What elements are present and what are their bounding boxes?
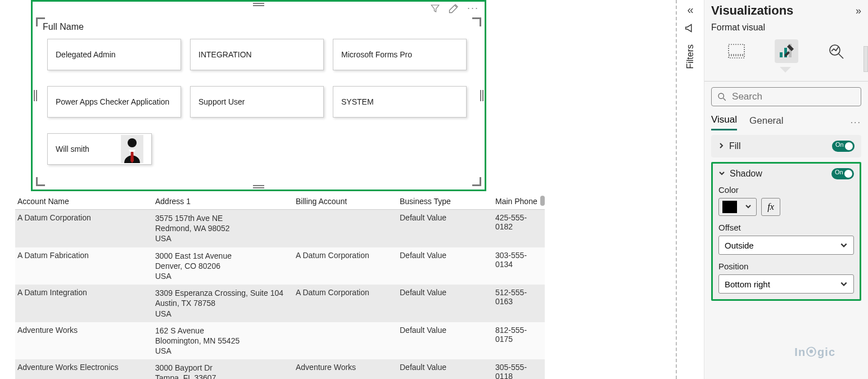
filter-icon[interactable]: [430, 3, 440, 16]
panel-title: Visualizations: [711, 3, 793, 18]
cell-account: Adventure Works Electronics: [15, 359, 153, 379]
cell-phone: 305-555-0118: [493, 359, 545, 379]
table-row[interactable]: A Datum Fabrication3000 East 1st AvenueD…: [15, 247, 545, 285]
tab-general[interactable]: General: [749, 115, 783, 130]
slicer-tile[interactable]: Support User: [190, 86, 324, 118]
build-visual-icon[interactable]: [725, 39, 748, 63]
slicer-tile[interactable]: Will smith: [47, 133, 152, 165]
cell-billing: Adventure Works: [293, 359, 397, 379]
resize-handle[interactable]: [253, 185, 264, 188]
cell-phone: 812-555-0175: [493, 322, 545, 360]
expand-chevrons-icon[interactable]: »: [856, 5, 861, 17]
slicer-tile[interactable]: SYSTEM: [333, 86, 467, 118]
table-row[interactable]: A Datum Corporation3575 157th Ave NERedm…: [15, 210, 545, 247]
shadow-label: Shadow: [730, 169, 762, 179]
cell-phone: 512-555-0163: [493, 285, 545, 322]
chevron-down-icon: [740, 202, 756, 212]
search-icon: [717, 92, 726, 102]
cell-account: A Datum Corporation: [15, 210, 153, 247]
col-header[interactable]: Address 1: [153, 193, 293, 210]
table-row[interactable]: Adventure Works162 S AvenueBloomington, …: [15, 322, 545, 360]
chevron-down-icon[interactable]: [718, 169, 725, 179]
cell-billing: [293, 322, 397, 360]
resize-handle[interactable]: [480, 90, 483, 101]
slicer-visual[interactable]: ··· Full Name Delegated Admin INTEGRATIO…: [31, 0, 486, 191]
col-header[interactable]: Main Phone: [493, 193, 545, 210]
cell-billing: [293, 210, 397, 247]
color-picker[interactable]: [718, 198, 757, 216]
cell-btype: Default Value: [397, 359, 493, 379]
resize-handle[interactable]: [36, 177, 45, 186]
col-header[interactable]: Business Type: [397, 193, 493, 210]
search-input[interactable]: [711, 87, 861, 106]
format-visual-icon[interactable]: [775, 39, 798, 63]
cell-btype: Default Value: [397, 247, 493, 285]
tab-visual[interactable]: Visual: [711, 114, 737, 130]
panel-subtitle: Format visual: [711, 22, 861, 33]
visualizations-panel: Visualizations » Format visual: [704, 0, 868, 379]
color-label: Color: [718, 185, 854, 195]
shadow-toggle[interactable]: On: [831, 168, 854, 179]
chevron-down-icon: [840, 280, 848, 288]
offset-select[interactable]: Outside: [718, 236, 854, 255]
slicer-title: Full Name: [43, 22, 84, 32]
slicer-tile-label: Will smith: [56, 145, 89, 154]
slicer-tile[interactable]: Delegated Admin: [47, 39, 181, 70]
fx-button[interactable]: fx: [761, 198, 780, 216]
col-header[interactable]: Billing Account: [293, 193, 397, 210]
slicer-tile-label: Microsoft Forms Pro: [341, 50, 412, 59]
watermark: In⦿gic: [794, 346, 835, 359]
slicer-tile-label: SYSTEM: [341, 97, 374, 106]
cell-address: 3575 157th Ave NERedmond, WA 98052USA: [153, 210, 293, 247]
resize-handle[interactable]: [253, 3, 264, 6]
avatar-icon: [121, 135, 143, 163]
resize-handle[interactable]: [34, 90, 37, 101]
cell-phone: 425-555-0182: [493, 210, 545, 247]
scrollbar-vertical[interactable]: [540, 196, 545, 206]
analytics-icon[interactable]: [825, 39, 848, 63]
svg-point-1: [128, 138, 137, 147]
side-strip: [864, 46, 868, 72]
report-canvas[interactable]: ··· Full Name Delegated Admin INTEGRATIO…: [0, 0, 676, 379]
search-field[interactable]: [732, 91, 855, 102]
slicer-tile[interactable]: Power Apps Checker Application: [47, 86, 181, 118]
position-label: Position: [718, 261, 854, 271]
chevron-right-icon[interactable]: [718, 141, 725, 151]
svg-point-9: [718, 93, 724, 98]
cell-btype: Default Value: [397, 322, 493, 360]
collapsed-rail: « Filters: [677, 0, 704, 379]
fill-label: Fill: [729, 141, 740, 151]
offset-value: Outside: [725, 241, 754, 250]
cell-address: 3309 Esperanza Crossing, Suite 104Austin…: [153, 285, 293, 322]
cell-phone: 303-555-0134: [493, 247, 545, 285]
chevron-down-icon: [840, 241, 848, 249]
shadow-card: Shadow On Color fx Offset Outside Positi…: [711, 162, 861, 301]
svg-rect-4: [780, 52, 783, 57]
resize-handle[interactable]: [472, 17, 481, 26]
cell-address: 3000 Bayport DrTampa, FL 33607: [153, 359, 293, 379]
cell-billing: A Datum Corporation: [293, 247, 397, 285]
more-options-icon[interactable]: ···: [467, 2, 479, 14]
table-row[interactable]: Adventure Works Electronics3000 Bayport …: [15, 359, 545, 379]
cell-btype: Default Value: [397, 210, 493, 247]
resize-handle[interactable]: [472, 177, 481, 186]
slicer-tile-label: Support User: [198, 97, 245, 106]
cell-billing: A Datum Corporation: [293, 285, 397, 322]
cell-account: Adventure Works: [15, 322, 153, 360]
slicer-tile[interactable]: INTEGRATION: [190, 39, 324, 70]
announce-icon[interactable]: [684, 22, 697, 37]
cell-address: 162 S AvenueBloomington, MN 55425USA: [153, 322, 293, 360]
slicer-tile[interactable]: Microsoft Forms Pro: [333, 39, 467, 70]
collapse-chevrons-icon[interactable]: «: [687, 3, 693, 16]
clear-icon[interactable]: [448, 3, 459, 16]
tabs-more-icon[interactable]: ···: [851, 118, 861, 128]
table-visual[interactable]: Account Name Address 1 Billing Account B…: [15, 193, 545, 379]
slicer-tile-label: INTEGRATION: [198, 50, 252, 59]
position-select[interactable]: Bottom right: [718, 274, 854, 294]
svg-rect-3: [729, 56, 744, 58]
table-row[interactable]: A Datum Integration3309 Esperanza Crossi…: [15, 285, 545, 322]
fill-toggle[interactable]: On: [832, 141, 855, 152]
col-header[interactable]: Account Name: [15, 193, 153, 210]
filters-label[interactable]: Filters: [685, 44, 695, 69]
fill-card: Fill On: [711, 135, 861, 157]
